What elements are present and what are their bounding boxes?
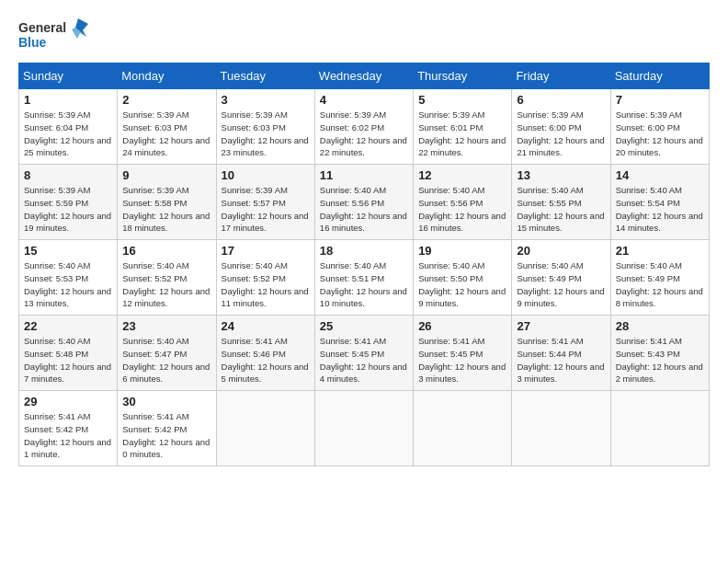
- day-info: Sunrise: 5:41 AM Sunset: 5:45 PM Dayligh…: [418, 335, 506, 385]
- day-info: Sunrise: 5:39 AM Sunset: 6:03 PM Dayligh…: [222, 109, 310, 159]
- day-info: Sunrise: 5:39 AM Sunset: 6:04 PM Dayligh…: [24, 109, 112, 159]
- day-number: 2: [122, 93, 210, 107]
- day-number: 4: [320, 93, 408, 107]
- day-number: 24: [222, 319, 310, 333]
- calendar-week-3: 15Sunrise: 5:40 AM Sunset: 5:53 PM Dayli…: [19, 240, 710, 316]
- day-number: 17: [222, 244, 310, 258]
- day-info: Sunrise: 5:39 AM Sunset: 6:00 PM Dayligh…: [616, 109, 704, 159]
- day-info: Sunrise: 5:40 AM Sunset: 5:47 PM Dayligh…: [122, 335, 210, 385]
- day-number: 13: [517, 168, 605, 182]
- day-number: 9: [122, 168, 210, 182]
- calendar-cell: 28Sunrise: 5:41 AM Sunset: 5:43 PM Dayli…: [610, 316, 709, 391]
- calendar-cell: 15Sunrise: 5:40 AM Sunset: 5:53 PM Dayli…: [19, 240, 118, 316]
- weekday-header-monday: Monday: [118, 63, 216, 89]
- header: General Blue: [18, 17, 710, 53]
- calendar-cell: 12Sunrise: 5:40 AM Sunset: 5:56 PM Dayli…: [414, 165, 512, 240]
- calendar-cell: 8Sunrise: 5:39 AM Sunset: 5:59 PM Daylig…: [19, 165, 118, 240]
- weekday-header-thursday: Thursday: [414, 63, 512, 89]
- calendar-cell: 16Sunrise: 5:40 AM Sunset: 5:52 PM Dayli…: [118, 240, 216, 316]
- day-info: Sunrise: 5:41 AM Sunset: 5:46 PM Dayligh…: [222, 335, 310, 385]
- day-number: 11: [320, 168, 408, 182]
- day-info: Sunrise: 5:40 AM Sunset: 5:56 PM Dayligh…: [320, 184, 408, 235]
- calendar-cell: 25Sunrise: 5:41 AM Sunset: 5:45 PM Dayli…: [314, 316, 413, 391]
- calendar-page: General Blue SundayMondayTuesdayWednesda…: [0, 0, 728, 563]
- calendar-cell: 10Sunrise: 5:39 AM Sunset: 5:57 PM Dayli…: [216, 165, 314, 240]
- day-info: Sunrise: 5:39 AM Sunset: 5:58 PM Dayligh…: [122, 184, 210, 235]
- day-number: 29: [24, 395, 112, 408]
- day-info: Sunrise: 5:41 AM Sunset: 5:42 PM Dayligh…: [122, 410, 210, 461]
- day-info: Sunrise: 5:40 AM Sunset: 5:55 PM Dayligh…: [517, 184, 605, 235]
- calendar-cell: 17Sunrise: 5:40 AM Sunset: 5:52 PM Dayli…: [216, 240, 314, 316]
- day-info: Sunrise: 5:40 AM Sunset: 5:52 PM Dayligh…: [122, 259, 210, 310]
- day-number: 28: [616, 319, 704, 333]
- calendar-cell: 14Sunrise: 5:40 AM Sunset: 5:54 PM Dayli…: [610, 165, 709, 240]
- calendar-cell: 3Sunrise: 5:39 AM Sunset: 6:03 PM Daylig…: [216, 89, 314, 165]
- calendar-cell: 7Sunrise: 5:39 AM Sunset: 6:00 PM Daylig…: [610, 89, 709, 165]
- calendar-cell: 26Sunrise: 5:41 AM Sunset: 5:45 PM Dayli…: [414, 316, 512, 391]
- day-info: Sunrise: 5:41 AM Sunset: 5:42 PM Dayligh…: [24, 410, 112, 461]
- day-info: Sunrise: 5:39 AM Sunset: 5:59 PM Dayligh…: [24, 184, 112, 235]
- weekday-header-row: SundayMondayTuesdayWednesdayThursdayFrid…: [19, 63, 710, 89]
- calendar-cell: 23Sunrise: 5:40 AM Sunset: 5:47 PM Dayli…: [118, 316, 216, 391]
- day-number: 3: [222, 93, 310, 107]
- calendar-cell: 30Sunrise: 5:41 AM Sunset: 5:42 PM Dayli…: [118, 391, 216, 466]
- day-number: 14: [616, 168, 704, 182]
- day-number: 12: [418, 168, 506, 182]
- day-info: Sunrise: 5:40 AM Sunset: 5:50 PM Dayligh…: [418, 259, 506, 310]
- calendar-cell: 4Sunrise: 5:39 AM Sunset: 6:02 PM Daylig…: [314, 89, 413, 165]
- day-info: Sunrise: 5:41 AM Sunset: 5:43 PM Dayligh…: [616, 335, 704, 385]
- calendar-cell: 22Sunrise: 5:40 AM Sunset: 5:48 PM Dayli…: [19, 316, 118, 391]
- logo-svg: General Blue: [18, 17, 92, 53]
- calendar-week-2: 8Sunrise: 5:39 AM Sunset: 5:59 PM Daylig…: [19, 165, 710, 240]
- calendar-cell: [512, 391, 610, 466]
- logo: General Blue: [18, 17, 92, 53]
- day-info: Sunrise: 5:40 AM Sunset: 5:52 PM Dayligh…: [222, 259, 310, 310]
- svg-text:General: General: [18, 20, 66, 35]
- day-number: 15: [24, 244, 112, 258]
- day-number: 7: [616, 93, 704, 107]
- day-info: Sunrise: 5:40 AM Sunset: 5:54 PM Dayligh…: [616, 184, 704, 235]
- calendar-cell: [414, 391, 512, 466]
- calendar-week-4: 22Sunrise: 5:40 AM Sunset: 5:48 PM Dayli…: [19, 316, 710, 391]
- day-number: 26: [418, 319, 506, 333]
- calendar-cell: [216, 391, 314, 466]
- day-number: 6: [517, 93, 605, 107]
- day-number: 10: [222, 168, 310, 182]
- calendar-cell: 13Sunrise: 5:40 AM Sunset: 5:55 PM Dayli…: [512, 165, 610, 240]
- day-info: Sunrise: 5:41 AM Sunset: 5:45 PM Dayligh…: [320, 335, 408, 385]
- day-number: 23: [122, 319, 210, 333]
- calendar-cell: 21Sunrise: 5:40 AM Sunset: 5:49 PM Dayli…: [610, 240, 709, 316]
- day-number: 22: [24, 319, 112, 333]
- calendar-cell: 9Sunrise: 5:39 AM Sunset: 5:58 PM Daylig…: [118, 165, 216, 240]
- calendar-cell: 5Sunrise: 5:39 AM Sunset: 6:01 PM Daylig…: [414, 89, 512, 165]
- calendar-week-1: 1Sunrise: 5:39 AM Sunset: 6:04 PM Daylig…: [19, 89, 710, 165]
- svg-text:Blue: Blue: [18, 35, 47, 50]
- weekday-header-sunday: Sunday: [19, 63, 118, 89]
- calendar-cell: 18Sunrise: 5:40 AM Sunset: 5:51 PM Dayli…: [314, 240, 413, 316]
- calendar-week-5: 29Sunrise: 5:41 AM Sunset: 5:42 PM Dayli…: [19, 391, 710, 466]
- day-info: Sunrise: 5:40 AM Sunset: 5:49 PM Dayligh…: [517, 259, 605, 310]
- calendar-cell: 19Sunrise: 5:40 AM Sunset: 5:50 PM Dayli…: [414, 240, 512, 316]
- day-info: Sunrise: 5:40 AM Sunset: 5:51 PM Dayligh…: [320, 259, 408, 310]
- calendar-cell: 27Sunrise: 5:41 AM Sunset: 5:44 PM Dayli…: [512, 316, 610, 391]
- calendar-cell: [314, 391, 413, 466]
- calendar-cell: 24Sunrise: 5:41 AM Sunset: 5:46 PM Dayli…: [216, 316, 314, 391]
- day-number: 27: [517, 319, 605, 333]
- day-number: 20: [517, 244, 605, 258]
- calendar-cell: 20Sunrise: 5:40 AM Sunset: 5:49 PM Dayli…: [512, 240, 610, 316]
- day-info: Sunrise: 5:39 AM Sunset: 6:00 PM Dayligh…: [517, 109, 605, 159]
- calendar-table: SundayMondayTuesdayWednesdayThursdayFrid…: [18, 63, 710, 466]
- calendar-cell: 6Sunrise: 5:39 AM Sunset: 6:00 PM Daylig…: [512, 89, 610, 165]
- day-number: 19: [418, 244, 506, 258]
- day-number: 21: [616, 244, 704, 258]
- day-info: Sunrise: 5:41 AM Sunset: 5:44 PM Dayligh…: [517, 335, 605, 385]
- weekday-header-tuesday: Tuesday: [216, 63, 314, 89]
- day-number: 1: [24, 93, 112, 107]
- day-number: 5: [418, 93, 506, 107]
- calendar-cell: 2Sunrise: 5:39 AM Sunset: 6:03 PM Daylig…: [118, 89, 216, 165]
- day-number: 18: [320, 244, 408, 258]
- day-info: Sunrise: 5:40 AM Sunset: 5:49 PM Dayligh…: [616, 259, 704, 310]
- day-info: Sunrise: 5:39 AM Sunset: 6:03 PM Dayligh…: [122, 109, 210, 159]
- weekday-header-saturday: Saturday: [610, 63, 709, 89]
- day-info: Sunrise: 5:39 AM Sunset: 6:02 PM Dayligh…: [320, 109, 408, 159]
